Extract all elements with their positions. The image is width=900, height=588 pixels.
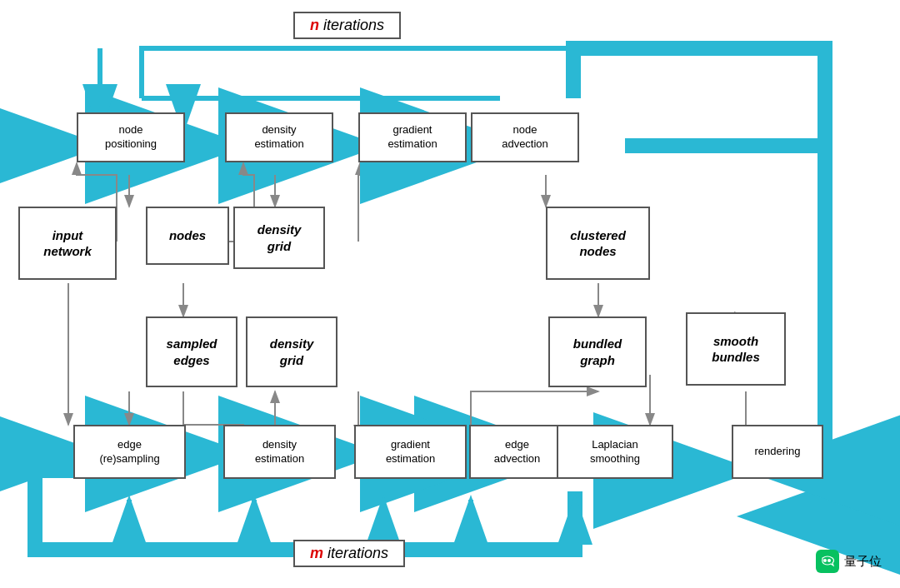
laplacian-smoothing-box: Laplaciansmoothing xyxy=(557,425,673,479)
gradient-est-bot-label: gradientestimation xyxy=(386,438,435,466)
diagram: nodepositioning densityestimation gradie… xyxy=(0,0,900,588)
density-est-top-box: densityestimation xyxy=(225,112,333,162)
iter-top-text: iterations xyxy=(323,17,384,33)
bundled-graph-label: bundledgraph xyxy=(573,336,622,368)
density-est-bot-box: densityestimation xyxy=(223,425,336,479)
gradient-est-bot-box: gradientestimation xyxy=(354,425,467,479)
m-iterations-label: m iterations xyxy=(293,540,405,567)
edge-advection-box: edgeadvection xyxy=(469,425,565,479)
gradient-est-top-box: gradientestimation xyxy=(358,112,467,162)
node-positioning-box: nodepositioning xyxy=(77,112,185,162)
sampled-edges-label: samplededges xyxy=(167,336,218,368)
edge-advection-label: edgeadvection xyxy=(494,438,541,466)
clustered-nodes-label: clusterednodes xyxy=(570,227,626,260)
svg-point-4 xyxy=(828,559,831,562)
watermark: 量子位 xyxy=(816,550,882,573)
nodes-label: nodes xyxy=(169,227,206,244)
edge-resampling-box: edge(re)sampling xyxy=(73,425,186,479)
rendering-label: rendering xyxy=(755,445,801,459)
watermark-text: 量子位 xyxy=(844,554,882,570)
n-var: n xyxy=(310,17,319,33)
input-network-box: inputnetwork xyxy=(18,207,117,280)
n-iterations-label: n iterations xyxy=(293,12,401,39)
density-grid-mid-box: densitygrid xyxy=(246,316,338,387)
laplacian-smoothing-label: Laplaciansmoothing xyxy=(590,438,640,466)
smooth-bundles-box: smoothbundles xyxy=(686,312,786,386)
clustered-nodes-box: clusterednodes xyxy=(546,207,650,280)
density-grid-mid-label: densitygrid xyxy=(270,336,314,368)
iter-bot-text: iterations xyxy=(328,545,388,561)
density-est-bot-label: densityestimation xyxy=(255,438,304,466)
wechat-icon xyxy=(816,550,839,573)
bundled-graph-box: bundledgraph xyxy=(548,316,647,387)
edge-resampling-label: edge(re)sampling xyxy=(99,438,159,466)
density-grid-top-label: densitygrid xyxy=(258,222,302,254)
input-network-label: inputnetwork xyxy=(43,227,92,260)
arrows-layer xyxy=(0,0,900,588)
smooth-bundles-label: smoothbundles xyxy=(712,333,760,366)
density-grid-top-box: densitygrid xyxy=(233,207,325,269)
sampled-edges-box: samplededges xyxy=(146,316,238,387)
rendering-box: rendering xyxy=(732,425,823,479)
svg-point-3 xyxy=(823,559,827,562)
node-advection-box: nodeadvection xyxy=(471,112,579,162)
m-var: m xyxy=(310,545,323,561)
nodes-box: nodes xyxy=(146,207,229,265)
